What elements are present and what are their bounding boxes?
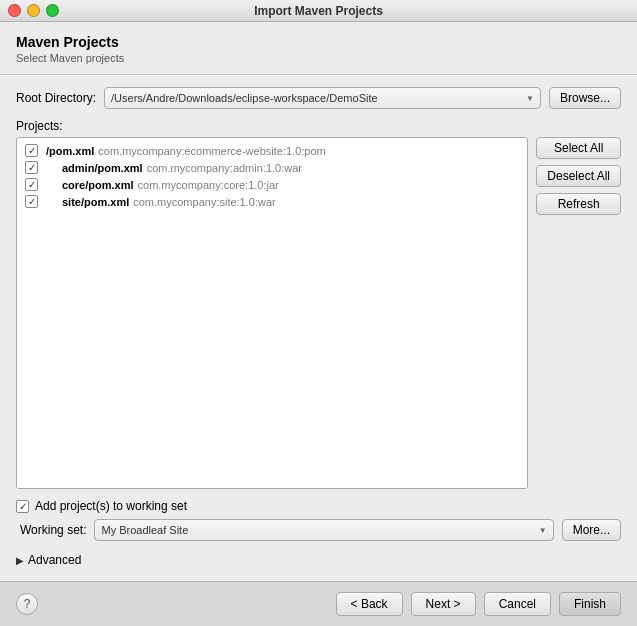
maximize-button[interactable] [46,4,59,17]
add-to-working-set-row: Add project(s) to working set [16,499,621,513]
working-set-value: My Broadleaf Site [101,524,188,536]
back-button[interactable]: < Back [336,592,403,616]
main-content: Root Directory: /Users/Andre/Downloads/e… [0,75,637,581]
add-working-set-label: Add project(s) to working set [35,499,187,513]
more-button[interactable]: More... [562,519,621,541]
browse-button[interactable]: Browse... [549,87,621,109]
window-title: Import Maven Projects [254,4,383,18]
project-artifact: com.mycompany:core:1.0:jar [138,179,279,191]
project-checkbox[interactable] [25,178,38,191]
project-artifact: com.mycompany:ecommerce-website:1.0:pom [98,145,325,157]
working-set-label: Working set: [20,523,86,537]
footer: ? < Back Next > Cancel Finish [0,581,637,626]
close-button[interactable] [8,4,21,17]
working-set-dropdown[interactable]: My Broadleaf Site ▼ [94,519,553,541]
advanced-row[interactable]: ▶ Advanced [16,551,621,569]
project-name: site/pom.xml [62,196,129,208]
working-set-row: Working set: My Broadleaf Site ▼ More... [16,519,621,541]
table-row[interactable]: site/pom.xml com.mycompany:site:1.0:war [21,193,523,210]
working-set-dropdown-arrow-icon: ▼ [539,526,547,535]
projects-label: Projects: [16,119,621,133]
project-checkbox[interactable] [25,161,38,174]
project-name: core/pom.xml [62,179,134,191]
project-artifact: com.mycompany:site:1.0:war [133,196,275,208]
add-working-set-checkbox[interactable] [16,500,29,513]
projects-section: Projects: /pom.xml com.mycompany:ecommer… [16,119,621,489]
select-all-button[interactable]: Select All [536,137,621,159]
root-directory-dropdown[interactable]: /Users/Andre/Downloads/eclipse-workspace… [104,87,541,109]
project-name: /pom.xml [46,145,94,157]
project-checkbox[interactable] [25,144,38,157]
project-artifact: com.mycompany:admin:1.0:war [147,162,302,174]
minimize-button[interactable] [27,4,40,17]
window-controls [8,4,59,17]
footer-right: < Back Next > Cancel Finish [336,592,621,616]
root-directory-label: Root Directory: [16,91,96,105]
header-subtitle: Select Maven projects [16,52,621,64]
table-row[interactable]: admin/pom.xml com.mycompany:admin:1.0:wa… [21,159,523,176]
advanced-label: Advanced [28,553,81,567]
root-directory-value: /Users/Andre/Downloads/eclipse-workspace… [111,92,378,104]
help-button[interactable]: ? [16,593,38,615]
table-row[interactable]: core/pom.xml com.mycompany:core:1.0:jar [21,176,523,193]
next-button[interactable]: Next > [411,592,476,616]
deselect-all-button[interactable]: Deselect All [536,165,621,187]
header-title: Maven Projects [16,34,621,50]
advanced-expand-icon: ▶ [16,555,24,566]
table-row[interactable]: /pom.xml com.mycompany:ecommerce-website… [21,142,523,159]
project-name: admin/pom.xml [62,162,143,174]
header-section: Maven Projects Select Maven projects [0,22,637,75]
footer-left: ? [16,593,38,615]
projects-buttons: Select All Deselect All Refresh [536,137,621,489]
root-directory-row: Root Directory: /Users/Andre/Downloads/e… [16,87,621,109]
refresh-button[interactable]: Refresh [536,193,621,215]
projects-list[interactable]: /pom.xml com.mycompany:ecommerce-website… [16,137,528,489]
finish-button[interactable]: Finish [559,592,621,616]
project-checkbox[interactable] [25,195,38,208]
dialog-body: Maven Projects Select Maven projects Roo… [0,22,637,626]
projects-content: /pom.xml com.mycompany:ecommerce-website… [16,137,621,489]
cancel-button[interactable]: Cancel [484,592,551,616]
dropdown-arrow-icon: ▼ [526,94,534,103]
title-bar: Import Maven Projects [0,0,637,22]
working-set-section: Add project(s) to working set Working se… [16,499,621,541]
